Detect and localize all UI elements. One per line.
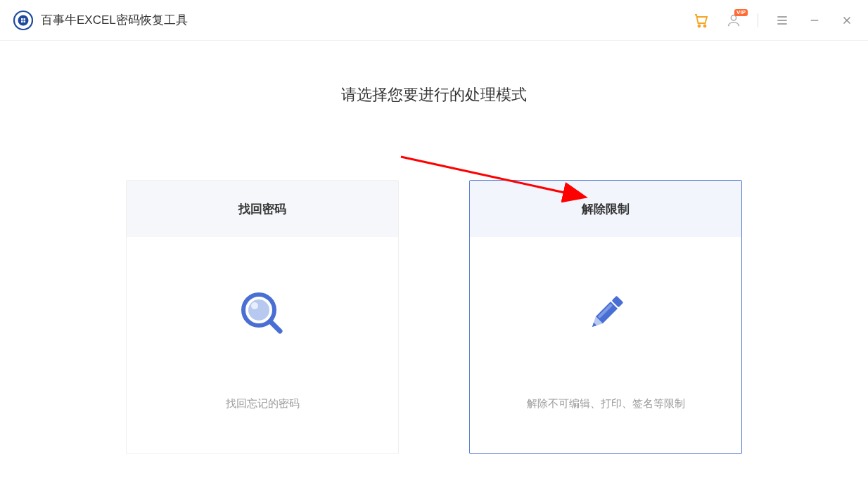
minimize-icon[interactable] — [806, 12, 823, 29]
card-title: 解除限制 — [470, 181, 741, 237]
card-body — [470, 237, 741, 390]
mode-cards: 找回密码 找回忘记的密码 解除限制 — [0, 180, 868, 454]
svg-point-1 — [18, 15, 29, 25]
vip-badge: VIP — [734, 9, 748, 16]
titlebar: 百事牛EXCEL密码恢复工具 VIP — [0, 0, 868, 41]
close-icon[interactable] — [838, 12, 855, 29]
svg-rect-3 — [24, 18, 26, 20]
app-logo-icon — [13, 10, 34, 31]
svg-point-16 — [248, 299, 269, 321]
pencil-icon — [581, 289, 630, 338]
card-description: 解除不可编辑、打印、签名等限制 — [470, 390, 741, 453]
remove-restriction-card[interactable]: 解除限制 解除不可编辑、打印、签名等限制 — [469, 180, 742, 454]
svg-rect-5 — [24, 20, 26, 22]
svg-point-17 — [251, 302, 258, 309]
card-body — [127, 237, 398, 390]
svg-line-18 — [271, 322, 280, 331]
recover-password-card[interactable]: 找回密码 找回忘记的密码 — [126, 180, 399, 454]
svg-rect-4 — [21, 20, 23, 22]
profile-icon[interactable]: VIP — [725, 12, 742, 29]
page-heading: 请选择您要进行的处理模式 — [0, 84, 868, 105]
app-title: 百事牛EXCEL密码恢复工具 — [41, 12, 188, 28]
svg-point-7 — [704, 25, 706, 27]
menu-icon[interactable] — [774, 12, 791, 29]
magnifier-icon — [238, 289, 287, 338]
svg-point-6 — [698, 25, 701, 27]
svg-rect-2 — [21, 18, 23, 20]
card-title: 找回密码 — [127, 181, 398, 237]
divider — [758, 13, 758, 27]
main-content: 请选择您要进行的处理模式 找回密码 找回忘记的密码 解除限制 — [0, 41, 868, 454]
cart-icon[interactable] — [693, 12, 710, 29]
header-controls: VIP — [693, 12, 855, 29]
card-description: 找回忘记的密码 — [127, 390, 398, 453]
